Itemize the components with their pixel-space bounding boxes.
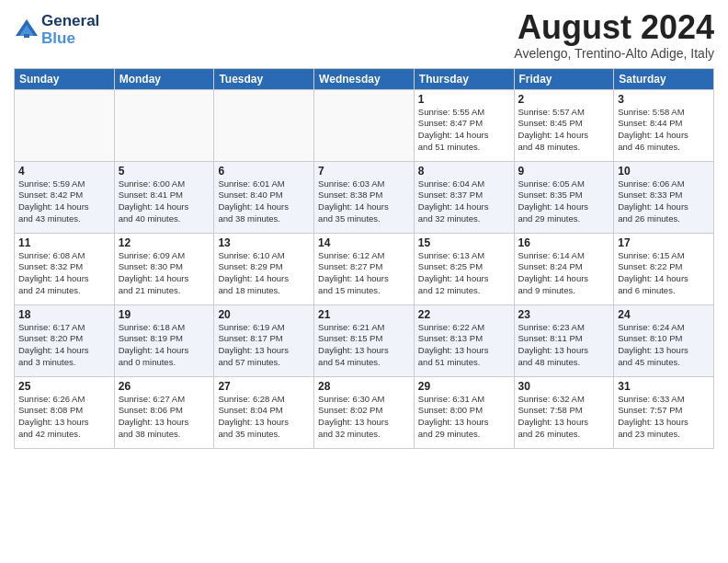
calendar-day-cell: 4Sunrise: 5:59 AM Sunset: 8:42 PM Daylig…	[15, 161, 115, 233]
day-info: Sunrise: 6:30 AM Sunset: 8:02 PM Dayligh…	[318, 394, 410, 441]
header-saturday: Saturday	[614, 68, 714, 89]
calendar-day-cell: 27Sunrise: 6:28 AM Sunset: 8:04 PM Dayli…	[214, 376, 314, 448]
calendar-day-cell: 11Sunrise: 6:08 AM Sunset: 8:32 PM Dayli…	[15, 233, 115, 304]
day-number: 31	[618, 380, 710, 393]
day-number: 21	[318, 308, 410, 321]
day-number: 18	[18, 308, 110, 321]
month-title: August 2024	[514, 9, 714, 46]
calendar-day-cell: 13Sunrise: 6:10 AM Sunset: 8:29 PM Dayli…	[214, 233, 314, 304]
day-info: Sunrise: 6:27 AM Sunset: 8:06 PM Dayligh…	[119, 394, 210, 441]
calendar-day-cell	[114, 89, 214, 161]
calendar-day-cell: 14Sunrise: 6:12 AM Sunset: 8:27 PM Dayli…	[314, 233, 415, 304]
day-info: Sunrise: 6:24 AM Sunset: 8:10 PM Dayligh…	[618, 322, 710, 369]
day-number: 1	[418, 93, 510, 106]
calendar-day-cell: 6Sunrise: 6:01 AM Sunset: 8:40 PM Daylig…	[214, 161, 314, 233]
day-info: Sunrise: 5:58 AM Sunset: 8:44 PM Dayligh…	[618, 107, 710, 154]
header-tuesday: Tuesday	[214, 68, 314, 89]
calendar-day-cell: 9Sunrise: 6:05 AM Sunset: 8:35 PM Daylig…	[514, 161, 614, 233]
day-number: 13	[218, 236, 310, 249]
logo-icon	[14, 17, 40, 43]
calendar-day-cell: 1Sunrise: 5:55 AM Sunset: 8:47 PM Daylig…	[414, 89, 514, 161]
calendar-day-cell: 25Sunrise: 6:26 AM Sunset: 8:08 PM Dayli…	[15, 376, 115, 448]
title-block: August 2024 Avelengo, Trentino-Alto Adig…	[514, 9, 714, 61]
day-info: Sunrise: 6:14 AM Sunset: 8:24 PM Dayligh…	[518, 250, 610, 297]
day-number: 15	[418, 236, 510, 249]
calendar-day-cell: 8Sunrise: 6:04 AM Sunset: 8:37 PM Daylig…	[414, 161, 514, 233]
day-info: Sunrise: 6:09 AM Sunset: 8:30 PM Dayligh…	[119, 250, 210, 297]
day-info: Sunrise: 6:00 AM Sunset: 8:41 PM Dayligh…	[119, 178, 210, 225]
weekday-header-row: Sunday Monday Tuesday Wednesday Thursday…	[15, 68, 714, 89]
day-number: 30	[518, 380, 610, 393]
day-info: Sunrise: 5:55 AM Sunset: 8:47 PM Dayligh…	[418, 107, 510, 154]
page: General Blue August 2024 Avelengo, Trent…	[0, 0, 728, 563]
calendar-day-cell: 15Sunrise: 6:13 AM Sunset: 8:25 PM Dayli…	[414, 233, 514, 304]
calendar-day-cell: 10Sunrise: 6:06 AM Sunset: 8:33 PM Dayli…	[614, 161, 714, 233]
day-number: 10	[618, 165, 710, 178]
day-info: Sunrise: 6:01 AM Sunset: 8:40 PM Dayligh…	[218, 178, 310, 225]
calendar-day-cell: 7Sunrise: 6:03 AM Sunset: 8:38 PM Daylig…	[314, 161, 415, 233]
day-info: Sunrise: 6:15 AM Sunset: 8:22 PM Dayligh…	[618, 250, 710, 297]
day-number: 29	[418, 380, 510, 393]
day-info: Sunrise: 6:08 AM Sunset: 8:32 PM Dayligh…	[18, 250, 110, 297]
calendar-day-cell: 2Sunrise: 5:57 AM Sunset: 8:45 PM Daylig…	[514, 89, 614, 161]
day-number: 3	[618, 93, 710, 106]
day-info: Sunrise: 6:12 AM Sunset: 8:27 PM Dayligh…	[318, 250, 410, 297]
day-number: 9	[518, 165, 610, 178]
day-info: Sunrise: 6:22 AM Sunset: 8:13 PM Dayligh…	[418, 322, 510, 369]
day-number: 6	[218, 165, 310, 178]
calendar-day-cell: 30Sunrise: 6:32 AM Sunset: 7:58 PM Dayli…	[514, 376, 614, 448]
day-info: Sunrise: 6:03 AM Sunset: 8:38 PM Dayligh…	[318, 178, 410, 225]
day-info: Sunrise: 5:57 AM Sunset: 8:45 PM Dayligh…	[518, 107, 610, 154]
day-info: Sunrise: 6:06 AM Sunset: 8:33 PM Dayligh…	[618, 178, 710, 225]
logo-text: General Blue	[41, 13, 99, 47]
day-info: Sunrise: 6:26 AM Sunset: 8:08 PM Dayligh…	[18, 394, 110, 441]
calendar-day-cell: 23Sunrise: 6:23 AM Sunset: 8:11 PM Dayli…	[514, 304, 614, 376]
day-info: Sunrise: 6:05 AM Sunset: 8:35 PM Dayligh…	[518, 178, 610, 225]
calendar-day-cell: 29Sunrise: 6:31 AM Sunset: 8:00 PM Dayli…	[414, 376, 514, 448]
calendar-day-cell: 22Sunrise: 6:22 AM Sunset: 8:13 PM Dayli…	[414, 304, 514, 376]
day-info: Sunrise: 6:31 AM Sunset: 8:00 PM Dayligh…	[418, 394, 510, 441]
calendar-day-cell: 17Sunrise: 6:15 AM Sunset: 8:22 PM Dayli…	[614, 233, 714, 304]
day-number: 19	[119, 308, 210, 321]
header-thursday: Thursday	[414, 68, 514, 89]
header: General Blue August 2024 Avelengo, Trent…	[14, 9, 714, 61]
calendar-week-row: 11Sunrise: 6:08 AM Sunset: 8:32 PM Dayli…	[15, 233, 714, 304]
day-info: Sunrise: 6:28 AM Sunset: 8:04 PM Dayligh…	[218, 394, 310, 441]
day-number: 16	[518, 236, 610, 249]
calendar-day-cell	[15, 89, 115, 161]
day-number: 5	[119, 165, 210, 178]
header-monday: Monday	[114, 68, 214, 89]
day-info: Sunrise: 6:13 AM Sunset: 8:25 PM Dayligh…	[418, 250, 510, 297]
calendar-week-row: 1Sunrise: 5:55 AM Sunset: 8:47 PM Daylig…	[15, 89, 714, 161]
calendar: Sunday Monday Tuesday Wednesday Thursday…	[14, 68, 714, 449]
header-sunday: Sunday	[15, 68, 115, 89]
day-info: Sunrise: 6:10 AM Sunset: 8:29 PM Dayligh…	[218, 250, 310, 297]
day-number: 20	[218, 308, 310, 321]
header-wednesday: Wednesday	[314, 68, 415, 89]
day-number: 27	[218, 380, 310, 393]
calendar-day-cell	[214, 89, 314, 161]
day-info: Sunrise: 6:17 AM Sunset: 8:20 PM Dayligh…	[18, 322, 110, 369]
calendar-day-cell: 24Sunrise: 6:24 AM Sunset: 8:10 PM Dayli…	[614, 304, 714, 376]
calendar-week-row: 18Sunrise: 6:17 AM Sunset: 8:20 PM Dayli…	[15, 304, 714, 376]
day-info: Sunrise: 6:19 AM Sunset: 8:17 PM Dayligh…	[218, 322, 310, 369]
day-number: 7	[318, 165, 410, 178]
day-number: 8	[418, 165, 510, 178]
day-info: Sunrise: 6:32 AM Sunset: 7:58 PM Dayligh…	[518, 394, 610, 441]
day-number: 2	[518, 93, 610, 106]
calendar-day-cell: 5Sunrise: 6:00 AM Sunset: 8:41 PM Daylig…	[114, 161, 214, 233]
location-subtitle: Avelengo, Trentino-Alto Adige, Italy	[514, 46, 714, 61]
calendar-day-cell: 16Sunrise: 6:14 AM Sunset: 8:24 PM Dayli…	[514, 233, 614, 304]
header-friday: Friday	[514, 68, 614, 89]
day-number: 12	[119, 236, 210, 249]
calendar-day-cell: 21Sunrise: 6:21 AM Sunset: 8:15 PM Dayli…	[314, 304, 415, 376]
calendar-week-row: 4Sunrise: 5:59 AM Sunset: 8:42 PM Daylig…	[15, 161, 714, 233]
calendar-day-cell: 12Sunrise: 6:09 AM Sunset: 8:30 PM Dayli…	[114, 233, 214, 304]
day-number: 14	[318, 236, 410, 249]
day-number: 11	[18, 236, 110, 249]
day-info: Sunrise: 5:59 AM Sunset: 8:42 PM Dayligh…	[18, 178, 110, 225]
calendar-day-cell: 20Sunrise: 6:19 AM Sunset: 8:17 PM Dayli…	[214, 304, 314, 376]
day-info: Sunrise: 6:33 AM Sunset: 7:57 PM Dayligh…	[618, 394, 710, 441]
day-info: Sunrise: 6:18 AM Sunset: 8:19 PM Dayligh…	[119, 322, 210, 369]
day-info: Sunrise: 6:23 AM Sunset: 8:11 PM Dayligh…	[518, 322, 610, 369]
